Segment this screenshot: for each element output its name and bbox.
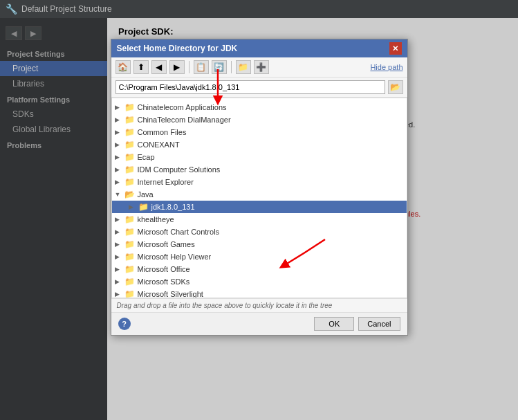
tree-item-label: Microsoft Silverlight <box>138 290 203 298</box>
folder-icon: 📁 <box>124 227 135 237</box>
expand-icon: ▶ <box>115 166 124 173</box>
dialog-tree[interactable]: ▶ 📁 Chinatelecom Applications ▶ 📁 ChinaT… <box>111 98 407 298</box>
tree-item-conexant[interactable]: ▶ 📁 CONEXANT <box>112 138 407 151</box>
tree-item-ms-office[interactable]: ▶ 📁 Microsoft Office <box>112 263 407 275</box>
dialog-title-text: Select Home Directory for JDK <box>117 44 238 53</box>
tree-item-label: jdk1.8.0_131 <box>151 203 195 211</box>
title-bar-icon: 🔧 <box>6 3 17 15</box>
dialog-title-bar: Select Home Directory for JDK ✕ <box>111 39 407 57</box>
tree-item-chinatelecom-apps[interactable]: ▶ 📁 Chinatelecom Applications <box>112 101 407 113</box>
tree-item-common-files[interactable]: ▶ 📁 Common Files <box>112 126 407 138</box>
dialog-close-button[interactable]: ✕ <box>389 42 402 55</box>
tree-item-label: Microsoft Games <box>138 240 195 248</box>
help-button[interactable]: ? <box>118 318 131 330</box>
tree-item-ms-chart[interactable]: ▶ 📁 Microsoft Chart Controls <box>112 226 407 238</box>
expand-icon: ▶ <box>115 266 124 273</box>
tree-item-label: Internet Explorer <box>138 178 194 186</box>
dialog-status-bar: Drag and drop a file into the space abov… <box>111 298 407 312</box>
new-folder-toolbar-button[interactable]: 📁 <box>236 60 251 74</box>
ok-button[interactable]: OK <box>314 317 354 331</box>
tree-item-label: Microsoft Office <box>138 265 190 273</box>
dialog-overlay: Select Home Directory for JDK ✕ 🏠 ⬆ ◀ ▶ … <box>0 18 518 420</box>
path-input[interactable] <box>115 80 385 94</box>
folder-icon: 📁 <box>124 264 135 274</box>
tree-item-label: khealtheye <box>138 215 174 223</box>
expand-icon: ▶ <box>115 116 124 123</box>
expand-icon: ▶ <box>115 179 124 185</box>
expand-icon: ▶ <box>115 216 124 223</box>
expand-icon: ▶ <box>129 203 138 210</box>
folder-icon: 📁 <box>124 152 135 162</box>
tree-item-jdk1.8.0_131[interactable]: ▶ 📁 jdk1.8.0_131 <box>112 201 407 213</box>
folder-icon: 📁 <box>124 165 135 174</box>
dialog-toolbar: 🏠 ⬆ ◀ ▶ 📋 🔄 📁 ➕ Hide path <box>111 57 407 77</box>
tree-item-internet-explorer[interactable]: ▶ 📁 Internet Explorer <box>112 176 407 188</box>
folder-icon: 📁 <box>124 177 135 187</box>
folder-icon: 📁 <box>138 202 149 212</box>
expand-icon: ▶ <box>115 104 124 111</box>
tree-item-label: Ecap <box>138 153 155 161</box>
folder-icon: 📁 <box>124 115 135 125</box>
folder-icon: 📁 <box>124 252 135 262</box>
cancel-button[interactable]: Cancel <box>358 317 400 331</box>
tree-item-ms-silverlight[interactable]: ▶ 📁 Microsoft Silverlight <box>112 288 407 298</box>
folder-icon: 📁 <box>124 277 135 286</box>
add-toolbar-button[interactable]: ➕ <box>254 60 269 74</box>
expand-icon: ▶ <box>115 291 124 298</box>
tree-item-label: ChinaTelecom DialManager <box>138 116 231 124</box>
expand-icon: ▶ <box>115 228 124 235</box>
tree-item-ecap[interactable]: ▶ 📁 Ecap <box>112 151 407 163</box>
expand-icon: ▼ <box>115 191 124 198</box>
path-folder-button[interactable]: 📂 <box>388 80 403 94</box>
up-toolbar-button[interactable]: ⬆ <box>133 60 149 74</box>
title-bar-text: Default Project Structure <box>21 4 112 14</box>
tree-item-chinatelecom-dial[interactable]: ▶ 📁 ChinaTelecom DialManager <box>112 113 407 126</box>
folder-icon: 📂 <box>124 190 135 199</box>
expand-icon: ▶ <box>115 241 124 248</box>
folder-icon: 📁 <box>124 140 135 149</box>
refresh-toolbar-button[interactable]: 🔄 <box>212 60 227 74</box>
dialog-action-buttons: OK Cancel <box>314 317 400 331</box>
back-toolbar-button[interactable]: ◀ <box>151 60 167 74</box>
expand-icon: ▶ <box>115 253 124 260</box>
forward-toolbar-button[interactable]: ▶ <box>169 60 185 74</box>
tree-item-label: CONEXANT <box>138 140 180 149</box>
tree-item-label: IDM Computer Solutions <box>138 165 221 174</box>
tree-item-label: Microsoft SDKs <box>138 277 190 286</box>
tree-item-label: Java <box>138 190 154 199</box>
copy-toolbar-button[interactable]: 📋 <box>194 60 209 74</box>
folder-icon: 📁 <box>124 127 135 137</box>
tree-item-label: Chinatelecom Applications <box>138 103 227 111</box>
title-bar: 🔧 Default Project Structure <box>0 0 518 18</box>
tree-item-ms-games[interactable]: ▶ 📁 Microsoft Games <box>112 238 407 250</box>
select-jdk-dialog: Select Home Directory for JDK ✕ 🏠 ⬆ ◀ ▶ … <box>111 39 408 336</box>
toolbar-separator-2 <box>231 61 232 73</box>
home-toolbar-button[interactable]: 🏠 <box>115 60 131 74</box>
tree-item-khealtheye[interactable]: ▶ 📁 khealtheye <box>112 213 407 226</box>
hide-path-button[interactable]: Hide path <box>370 63 403 71</box>
dialog-buttons: ? OK Cancel <box>111 312 407 335</box>
toolbar-separator-1 <box>189 61 189 73</box>
expand-icon: ▶ <box>115 141 124 148</box>
expand-icon: ▶ <box>115 129 124 136</box>
tree-item-label: Microsoft Help Viewer <box>138 253 212 261</box>
tree-item-label: Microsoft Chart Controls <box>138 228 220 236</box>
folder-icon: 📁 <box>124 239 135 249</box>
tree-item-label: Common Files <box>138 128 187 136</box>
tree-item-ms-sdks[interactable]: ▶ 📁 Microsoft SDKs <box>112 275 407 288</box>
dialog-path-bar: 📂 <box>111 77 407 98</box>
tree-item-idm[interactable]: ▶ 📁 IDM Computer Solutions <box>112 163 407 176</box>
tree-item-ms-help[interactable]: ▶ 📁 Microsoft Help Viewer <box>112 250 407 263</box>
folder-icon: 📁 <box>124 102 135 112</box>
tree-item-java[interactable]: ▼ 📂 Java <box>112 188 407 201</box>
expand-icon: ▶ <box>115 278 124 285</box>
folder-icon: 📁 <box>124 214 135 224</box>
folder-icon: 📁 <box>124 289 135 298</box>
expand-icon: ▶ <box>115 154 124 161</box>
